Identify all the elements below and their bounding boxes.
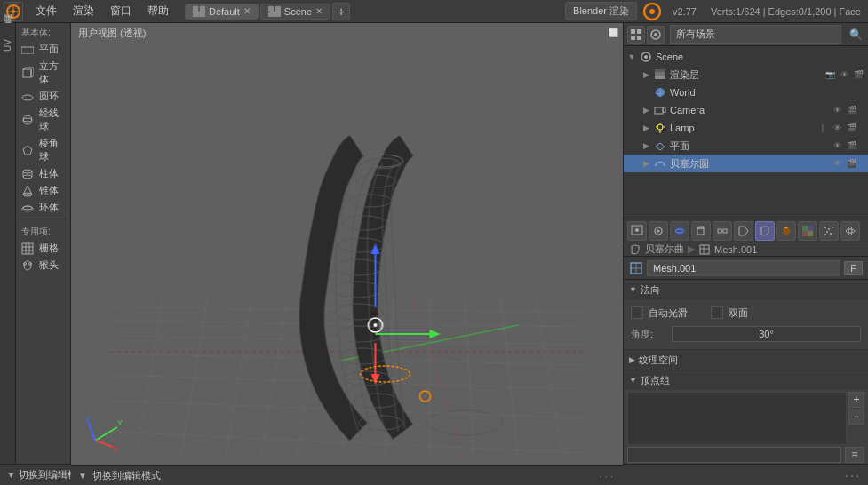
tree-vis-lamp-eye[interactable]: 👁: [831, 122, 843, 134]
prop-particles-icon-btn[interactable]: [819, 221, 839, 241]
viewport-mode-label[interactable]: 切换到编辑模式: [92, 469, 161, 482]
workspace-default-label: Default: [209, 6, 240, 17]
prop-scene-icon-btn[interactable]: [649, 221, 668, 241]
render-engine-selector[interactable]: Blender 渲染: [565, 2, 637, 20]
tree-vis-bezier-render[interactable]: 🎬: [845, 157, 857, 170]
breadcrumb-item1[interactable]: 贝塞尔曲: [645, 242, 684, 256]
angle-field[interactable]: 30°: [672, 326, 861, 342]
menu-file[interactable]: 文件: [28, 2, 64, 20]
sidebar-item-plane[interactable]: 平面: [16, 41, 70, 58]
sidebar-item-circle[interactable]: 圆环: [16, 88, 70, 105]
sidebar-item-grid[interactable]: 栅格: [16, 240, 70, 257]
tree-expand-scene[interactable]: ▼: [627, 52, 636, 61]
tree-vis-camera-render[interactable]: 🎬: [845, 104, 857, 116]
svg-point-96: [644, 55, 648, 59]
prop-world-icon-btn[interactable]: [670, 221, 689, 241]
vertex-group-bottom-field[interactable]: [627, 447, 841, 463]
workspace-tab-scene[interactable]: Scene ✕: [260, 4, 330, 20]
outliner-view-icon[interactable]: [627, 26, 645, 44]
autosmooth-checkbox[interactable]: [631, 306, 643, 319]
prop-object-icon-btn[interactable]: [691, 221, 711, 241]
breadcrumb-item2[interactable]: Mesh.001: [714, 244, 757, 255]
uvsphere-icon: [20, 114, 36, 126]
svg-text:X: X: [113, 445, 118, 454]
tree-vis-render-icon[interactable]: 🎬: [852, 68, 864, 81]
prop-data-icon-btn[interactable]: [755, 221, 775, 241]
tree-expand-world[interactable]: [641, 88, 650, 97]
mesh-plane-icon: [653, 139, 667, 153]
edge-tab-uv[interactable]: UV: [1, 36, 14, 55]
tree-vis-bezier-eye[interactable]: 👁: [831, 157, 843, 170]
outliner-search-button[interactable]: 🔍: [847, 26, 864, 44]
prop-constraint-icon-btn[interactable]: [713, 221, 732, 241]
tree-vis-camera-eye[interactable]: 👁: [831, 104, 843, 116]
svg-point-62: [337, 326, 386, 342]
prop-physics-icon-btn[interactable]: [840, 221, 860, 241]
vertex-group-list[interactable]: [627, 392, 847, 445]
tree-vis-lamp-render[interactable]: 🎬: [845, 122, 857, 134]
sidebar-item-icosphere[interactable]: 棱角球: [16, 135, 70, 165]
f-button[interactable]: F: [844, 261, 863, 275]
viewport-maximize-button[interactable]: ⬜: [607, 27, 619, 39]
svg-line-53: [537, 298, 563, 458]
vertex-group-add-button[interactable]: +: [848, 392, 864, 408]
viewport-mode-triangle[interactable]: ▼: [78, 471, 87, 481]
svg-line-52: [501, 298, 519, 458]
add-workspace-button[interactable]: +: [332, 3, 350, 20]
outliner-scene-icon[interactable]: [647, 26, 665, 44]
props-normals-header[interactable]: ▼ 法向: [624, 280, 868, 299]
vertex-group-remove-button[interactable]: −: [848, 409, 864, 425]
tree-item-world[interactable]: World: [624, 83, 868, 101]
tree-expand-bezier[interactable]: ▶: [641, 159, 650, 168]
mode-switch-button[interactable]: 切换到编辑模式: [19, 468, 71, 481]
tree-item-bezier[interactable]: ▶ 贝塞尔圆 👁 🎬: [624, 155, 868, 172]
tree-vis-eye-icon[interactable]: 👁: [838, 68, 850, 81]
prop-material-icon-btn[interactable]: [776, 221, 796, 241]
tree-label-camera: Camera: [670, 105, 828, 115]
sidebar-item-cone[interactable]: 锥体: [16, 182, 70, 199]
prop-render-icon-btn[interactable]: [627, 221, 647, 241]
tree-item-scene[interactable]: ▼ Scene: [624, 48, 868, 66]
sidebar-label-torus: 环体: [39, 201, 59, 214]
doubleside-checkbox[interactable]: [711, 306, 723, 319]
sidebar-item-monkey[interactable]: 猴头: [16, 257, 70, 274]
workspace-tab-default[interactable]: Default ✕: [185, 4, 259, 20]
prop-modifier-icon-btn[interactable]: [734, 221, 753, 241]
scene-selector[interactable]: 所有场景: [670, 25, 841, 44]
sidebar-item-uvsphere[interactable]: 经线球: [16, 105, 70, 135]
tree-vis-camera-icon[interactable]: 📷: [824, 68, 836, 81]
tab-close-scene[interactable]: ✕: [315, 6, 323, 16]
blender-icon-top: [642, 2, 662, 21]
world-icon: [653, 85, 667, 99]
tree-vis-plane-render[interactable]: 🎬: [845, 139, 857, 152]
sidebar-item-torus[interactable]: 环体: [16, 199, 70, 216]
props-texspace-header[interactable]: ▶ 纹理空间: [624, 350, 868, 370]
menu-render[interactable]: 渲染: [66, 2, 101, 20]
menu-help[interactable]: 帮助: [140, 2, 176, 20]
menu-window[interactable]: 窗口: [103, 2, 139, 20]
tab-close-default[interactable]: ✕: [243, 6, 251, 16]
tree-vis-plane-eye[interactable]: 👁: [831, 139, 843, 152]
viewport-area[interactable]: 用户视图 (透视): [71, 23, 623, 485]
tree-expand-plane2[interactable]: ▶: [641, 141, 650, 150]
sidebar-label-cylinder: 柱体: [39, 167, 59, 180]
svg-point-70: [365, 158, 401, 169]
tree-item-renderlayers[interactable]: ▶ 渲染层 📷 👁 🎬: [624, 66, 868, 83]
edge-tab-tools[interactable]: 工具架: [0, 27, 16, 34]
prop-texture-icon-btn[interactable]: [798, 221, 817, 241]
props-vertexgroups-header[interactable]: ▼ 顶点组: [624, 370, 868, 390]
svg-line-47: [297, 298, 323, 458]
texspace-triangle-icon: ▶: [629, 355, 635, 364]
sidebar-item-cylinder[interactable]: 柱体: [16, 165, 70, 182]
svg-marker-110: [656, 143, 665, 150]
tree-expand-lamp[interactable]: ▶: [641, 123, 650, 132]
sidebar-item-cube[interactable]: 立方体: [16, 58, 70, 88]
tree-expand-camera[interactable]: ▶: [641, 106, 650, 115]
tree-item-camera[interactable]: ▶ Camera 👁 🎬: [624, 101, 868, 119]
tree-expand-renderlayers[interactable]: ▶: [641, 70, 650, 79]
mesh-name-input[interactable]: [647, 260, 840, 276]
vertex-group-menu-button[interactable]: ≡: [845, 447, 864, 463]
tree-item-lamp[interactable]: ▶ Lamp | 👁 🎬: [624, 119, 868, 137]
tree-item-plane2[interactable]: ▶ 平面 👁 🎬: [624, 137, 868, 155]
tree-vis-lamp-extra[interactable]: |: [816, 122, 829, 134]
